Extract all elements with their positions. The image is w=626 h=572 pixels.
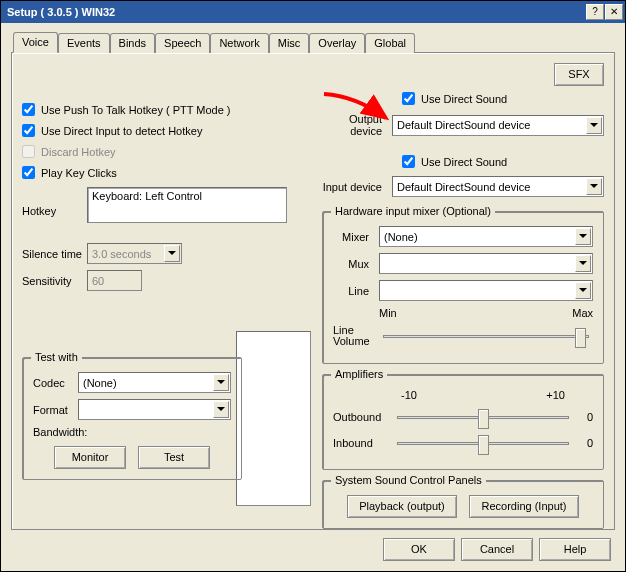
sensitivity-label: Sensitivity: [22, 275, 87, 287]
close-button[interactable]: ✕: [605, 4, 623, 20]
tab-network[interactable]: Network: [210, 33, 268, 53]
outbound-label: Outbound: [333, 411, 393, 423]
silence-select: 3.0 seconds: [87, 243, 182, 264]
hotkey-input[interactable]: Keyboard: Left Control: [87, 187, 287, 223]
use-directsound-input-input[interactable]: [402, 155, 415, 168]
tab-global[interactable]: Global: [365, 33, 415, 53]
discard-hotkey-label: Discard Hotkey: [41, 146, 116, 158]
format-select[interactable]: [78, 399, 231, 420]
hotkey-value: Keyboard: Left Control: [92, 190, 202, 202]
output-device-value: Default DirectSound device: [397, 119, 530, 131]
line-select[interactable]: [379, 280, 593, 301]
test-button[interactable]: Test: [138, 446, 210, 469]
ok-button[interactable]: OK: [383, 538, 455, 561]
amplifiers-group: Amplifiers -10 +10 Outbound: [322, 374, 604, 470]
testwith-legend: Test with: [31, 351, 82, 363]
window-title: Setup ( 3.0.5 ) WIN32: [7, 6, 586, 18]
tab-events[interactable]: Events: [58, 33, 110, 53]
chevron-down-icon[interactable]: [575, 228, 591, 245]
use-directsound-input-checkbox[interactable]: Use Direct Sound: [402, 155, 604, 168]
dialog-buttons: OK Cancel Help: [11, 530, 615, 561]
input-device-value: Default DirectSound device: [397, 181, 530, 193]
sensitivity-value: 60: [92, 275, 104, 287]
help-button[interactable]: Help: [539, 538, 611, 561]
amplifiers-legend: Amplifiers: [331, 368, 387, 380]
left-column: Use Push To Talk Hotkey ( PTT Mode ) Use…: [22, 63, 302, 519]
directinput-label: Use Direct Input to detect Hotkey: [41, 125, 202, 137]
sound-control-panels-group: System Sound Control Panels Playback (ou…: [322, 480, 604, 529]
monitor-button[interactable]: Monitor: [54, 446, 126, 469]
min-label: Min: [379, 307, 397, 319]
directinput-checkbox[interactable]: Use Direct Input to detect Hotkey: [22, 124, 302, 137]
playclicks-checkbox-input[interactable]: [22, 166, 35, 179]
tab-speech[interactable]: Speech: [155, 33, 210, 53]
mixer-select[interactable]: (None): [379, 226, 593, 247]
slider-thumb[interactable]: [478, 409, 489, 429]
mixer-label: Mixer: [333, 231, 379, 243]
slider-thumb[interactable]: [575, 328, 586, 348]
chevron-down-icon[interactable]: [575, 282, 591, 299]
inbound-label: Inbound: [333, 437, 393, 449]
sfx-button[interactable]: SFX: [554, 63, 604, 86]
format-label: Format: [33, 404, 78, 416]
hotkey-label: Hotkey: [22, 187, 87, 217]
codec-select[interactable]: (None): [78, 372, 231, 393]
panel-voice: Use Push To Talk Hotkey ( PTT Mode ) Use…: [11, 52, 615, 530]
outbound-slider[interactable]: [393, 407, 573, 427]
chevron-down-icon: [164, 245, 180, 262]
recording-panel-button[interactable]: Recording (Input): [469, 495, 579, 518]
playclicks-label: Play Key Clicks: [41, 167, 117, 179]
chevron-down-icon[interactable]: [213, 401, 229, 418]
directinput-checkbox-input[interactable]: [22, 124, 35, 137]
testwith-group: Test with Codec (None) Format: [22, 357, 242, 480]
chevron-down-icon[interactable]: [575, 255, 591, 272]
cancel-button[interactable]: Cancel: [461, 538, 533, 561]
tab-voice[interactable]: Voice: [13, 32, 58, 53]
silence-value: 3.0 seconds: [92, 248, 151, 260]
ptt-checkbox-input[interactable]: [22, 103, 35, 116]
bandwidth-label: Bandwidth:: [33, 426, 231, 438]
input-device-select[interactable]: Default DirectSound device: [392, 176, 604, 197]
playback-panel-button[interactable]: Playback (output): [347, 495, 457, 518]
ptt-label: Use Push To Talk Hotkey ( PTT Mode ): [41, 104, 231, 116]
inbound-slider[interactable]: [393, 433, 573, 453]
use-directsound-input-label: Use Direct Sound: [421, 156, 507, 168]
input-device-label: Input device: [322, 181, 392, 193]
tab-misc[interactable]: Misc: [269, 33, 310, 53]
sound-control-panels-legend: System Sound Control Panels: [331, 474, 486, 486]
mux-label: Mux: [333, 258, 379, 270]
context-help-button[interactable]: ?: [586, 4, 604, 20]
output-device-select[interactable]: Default DirectSound device: [392, 115, 604, 136]
chevron-down-icon[interactable]: [586, 117, 602, 134]
outbound-value: 0: [573, 411, 593, 423]
output-device-label: Output device: [322, 113, 392, 137]
client-area: Voice Events Binds Speech Network Misc O…: [1, 23, 625, 571]
discard-hotkey-checkbox: Discard Hotkey: [22, 145, 302, 158]
mixer-value: (None): [384, 231, 418, 243]
tab-overlay[interactable]: Overlay: [309, 33, 365, 53]
hardware-mixer-group: Hardware input mixer (Optional) Mixer (N…: [322, 211, 604, 364]
hardware-mixer-legend: Hardware input mixer (Optional): [331, 205, 495, 217]
titlebar[interactable]: Setup ( 3.0.5 ) WIN32 ? ✕: [1, 1, 625, 23]
vu-meter: [236, 331, 311, 506]
line-volume-slider[interactable]: [379, 326, 593, 346]
setup-window: Setup ( 3.0.5 ) WIN32 ? ✕ Voice Events B…: [0, 0, 626, 572]
playclicks-checkbox[interactable]: Play Key Clicks: [22, 166, 302, 179]
amp-minus10-label: -10: [401, 389, 417, 401]
amp-plus10-label: +10: [546, 389, 565, 401]
chevron-down-icon[interactable]: [586, 178, 602, 195]
codec-label: Codec: [33, 377, 78, 389]
slider-thumb[interactable]: [478, 435, 489, 455]
tab-binds[interactable]: Binds: [110, 33, 156, 53]
mux-select[interactable]: [379, 253, 593, 274]
sensitivity-input: 60: [87, 270, 142, 291]
line-label: Line: [333, 285, 379, 297]
use-directsound-output-checkbox[interactable]: Use Direct Sound: [402, 92, 604, 105]
chevron-down-icon[interactable]: [213, 374, 229, 391]
discard-hotkey-input: [22, 145, 35, 158]
ptt-checkbox[interactable]: Use Push To Talk Hotkey ( PTT Mode ): [22, 103, 302, 116]
inbound-value: 0: [573, 437, 593, 449]
use-directsound-output-input[interactable]: [402, 92, 415, 105]
max-label: Max: [572, 307, 593, 319]
tab-strip: Voice Events Binds Speech Network Misc O…: [13, 31, 615, 52]
